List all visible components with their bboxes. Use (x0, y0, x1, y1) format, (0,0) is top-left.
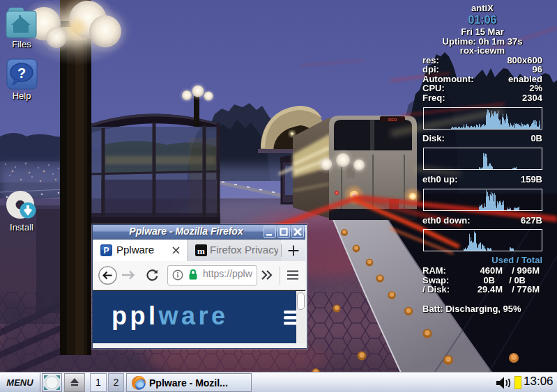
svg-text:?: ? (17, 65, 26, 81)
svg-text:RED: RED (388, 118, 397, 122)
svg-text:m: m (197, 246, 205, 256)
svg-text:P: P (103, 246, 109, 256)
